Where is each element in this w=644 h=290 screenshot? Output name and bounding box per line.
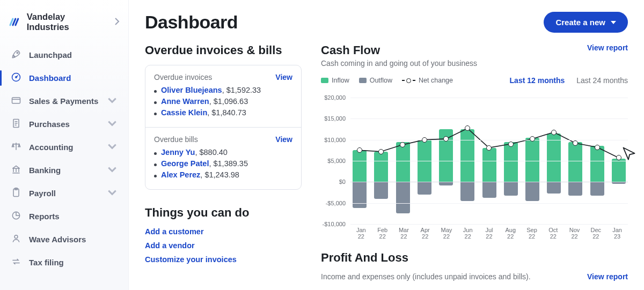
y-tick: $15,000 [324, 115, 346, 122]
overdue-card: Overdue invoices View Oliver Bluejeans,$… [145, 65, 302, 190]
rocket-icon [11, 49, 21, 61]
pl-title: Profit And Loss [321, 251, 628, 265]
cashflow-view-report[interactable]: View report [587, 43, 628, 52]
entry-amount: $1,243.98 [204, 170, 239, 179]
action-add-a-customer[interactable]: Add a customer [145, 227, 302, 236]
pl-view-report[interactable]: View report [587, 272, 628, 281]
company-name: Vandelay Industries [27, 12, 109, 32]
overdue-heading: Overdue invoices & bills [145, 43, 302, 57]
sidebar-item-sales-payments[interactable]: Sales & Payments [5, 90, 123, 112]
net-point [378, 149, 384, 154]
create-new-button[interactable]: Create a new [544, 12, 628, 33]
net-point [465, 125, 470, 131]
action-add-a-vendor[interactable]: Add a vendor [145, 241, 302, 250]
range-12-months[interactable]: Last 12 months [510, 76, 565, 85]
sidebar-item-wave-advisors[interactable]: Wave Advisors [5, 228, 123, 250]
chevron-down-icon [107, 164, 118, 176]
chart-legend: Inflow Outflow Net change [321, 77, 453, 84]
chevron-right-icon [114, 17, 120, 27]
entry-name[interactable]: Cassie Klein [161, 108, 207, 117]
chevron-down-icon [107, 187, 118, 199]
x-tick: Aug22 [500, 227, 521, 240]
card-icon [11, 95, 21, 107]
x-tick: Oct22 [543, 227, 564, 240]
main: Dashboard Create a new Overdue invoices … [129, 0, 644, 290]
range-24-months[interactable]: Last 24 months [576, 76, 628, 85]
entry-amount: $1,096.63 [214, 97, 248, 106]
svg-point-8 [14, 235, 18, 239]
company-switcher[interactable]: Vandelay Industries [5, 10, 123, 34]
overdue-bill-entry: George Patel,$1,389.35 [154, 159, 292, 168]
sidebar: Vandelay Industries LaunchpadDashboardSa… [0, 0, 129, 290]
y-tick: -$10,000 [323, 221, 346, 227]
net-point [443, 136, 449, 142]
swap-icon [11, 256, 21, 269]
sidebar-item-label: Purchases [29, 120, 70, 129]
things-heading: Things you can do [145, 206, 302, 220]
action-customize-your-invoices[interactable]: Customize your invoices [145, 255, 302, 264]
net-point [616, 155, 621, 160]
sidebar-item-label: Banking [29, 166, 61, 175]
x-tick: Nov22 [564, 227, 586, 240]
sidebar-item-reports[interactable]: Reports [5, 205, 123, 227]
x-tick: Jul22 [479, 227, 500, 240]
sidebar-item-label: Reports [29, 212, 60, 221]
x-tick: May22 [436, 227, 457, 240]
overdue-invoice-entry: Oliver Bluejeans,$1,592.33 [154, 86, 292, 94]
overdue-bill-entry: Jenny Yu,$880.40 [154, 148, 292, 157]
sidebar-item-launchpad[interactable]: Launchpad [5, 44, 123, 66]
net-point [530, 136, 535, 142]
y-tick: $0 [339, 179, 346, 185]
person-icon [11, 233, 21, 246]
entry-amount: $1,840.73 [211, 108, 246, 117]
entry-amount: $1,592.33 [226, 86, 261, 94]
pl-subtitle: Income and expenses only (includes unpai… [321, 272, 587, 281]
sidebar-item-label: Dashboard [29, 73, 71, 83]
chevron-down-icon [107, 141, 118, 153]
overdue-invoices-title: Overdue invoices [154, 73, 212, 81]
sidebar-item-label: Payroll [29, 189, 56, 198]
sidebar-item-label: Wave Advisors [29, 235, 86, 244]
cashflow-subtitle: Cash coming in and going out of your bus… [321, 59, 587, 68]
net-point [400, 142, 405, 147]
gauge-icon [11, 72, 21, 84]
cashflow-title: Cash Flow [321, 43, 587, 57]
overdue-invoice-entry: Cassie Klein,$1,840.73 [154, 108, 292, 117]
x-tick: Jun22 [457, 227, 479, 240]
view-overdue-bills[interactable]: View [275, 135, 292, 144]
sidebar-item-payroll[interactable]: Payroll [5, 182, 123, 204]
entry-name[interactable]: Oliver Bluejeans [161, 86, 222, 94]
chevron-down-icon [107, 118, 118, 130]
overdue-bill-entry: Alex Perez,$1,243.98 [154, 170, 292, 179]
svg-rect-3 [12, 98, 20, 103]
y-tick: $10,000 [324, 137, 346, 143]
sidebar-item-purchases[interactable]: Purchases [5, 113, 123, 135]
bank-icon [11, 164, 21, 176]
sidebar-item-label: Launchpad [29, 50, 72, 60]
x-tick: Dec22 [585, 227, 606, 240]
create-new-label: Create a new [555, 18, 605, 27]
sidebar-item-banking[interactable]: Banking [5, 159, 123, 181]
logo-icon [9, 16, 21, 28]
view-overdue-invoices[interactable]: View [275, 73, 292, 81]
receipt-icon [11, 118, 21, 130]
sidebar-item-label: Tax filing [29, 258, 64, 267]
entry-amount: $880.40 [199, 148, 227, 157]
net-point [486, 145, 492, 151]
x-tick: Mar22 [393, 227, 415, 240]
entry-name[interactable]: Anne Warren [161, 97, 209, 106]
sidebar-item-label: Accounting [29, 143, 74, 152]
net-point [573, 140, 578, 146]
sidebar-item-accounting[interactable]: Accounting [5, 136, 123, 158]
net-point [508, 142, 514, 147]
entry-name[interactable]: George Patel [161, 159, 209, 168]
chevron-down-icon [611, 21, 616, 24]
x-tick: Feb22 [372, 227, 393, 240]
net-point [422, 137, 427, 143]
entry-name[interactable]: Jenny Yu [161, 148, 195, 157]
svg-point-0 [17, 52, 18, 54]
sidebar-item-dashboard[interactable]: Dashboard [5, 67, 123, 89]
sidebar-item-tax-filing[interactable]: Tax filing [5, 251, 123, 273]
entry-name[interactable]: Alex Perez [161, 170, 200, 179]
y-tick: $20,000 [324, 94, 346, 101]
